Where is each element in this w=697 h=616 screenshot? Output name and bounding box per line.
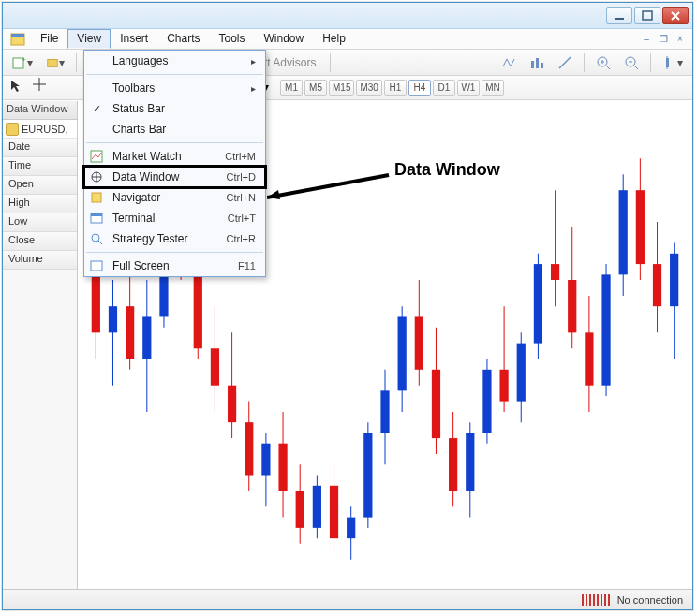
- cursor-tool[interactable]: [8, 78, 29, 98]
- svg-text:+: +: [22, 55, 26, 64]
- menu-toolbars[interactable]: Toolbars▸: [84, 78, 265, 98]
- mdi-minimize[interactable]: –: [640, 33, 653, 46]
- market-watch-icon: [89, 149, 104, 164]
- zoom-out-button[interactable]: [620, 52, 643, 73]
- menu-market-watch[interactable]: Market Watch Ctrl+M: [84, 146, 265, 167]
- app-icon: [8, 30, 27, 49]
- svg-rect-87: [568, 280, 576, 332]
- timeframe-h1[interactable]: H1: [384, 80, 407, 96]
- svg-rect-59: [330, 486, 338, 538]
- svg-rect-55: [296, 491, 304, 527]
- menu-charts-bar[interactable]: Charts Bar: [84, 119, 265, 139]
- app-window: File View Insert Charts Tools Window Hel…: [2, 2, 693, 610]
- terminal-icon: [89, 211, 104, 226]
- svg-rect-37: [142, 316, 151, 359]
- svg-line-23: [634, 66, 638, 69]
- new-chart-button[interactable]: +▾: [8, 52, 37, 73]
- timeframe-m5[interactable]: M5: [304, 80, 327, 96]
- connection-bars-icon: [582, 594, 610, 606]
- svg-rect-100: [91, 151, 102, 162]
- svg-rect-14: [531, 61, 534, 68]
- data-row-date: Date: [3, 139, 77, 157]
- svg-rect-81: [517, 344, 526, 402]
- indicator-button-1[interactable]: [497, 52, 520, 73]
- menubar: File View Insert Charts Tools Window Hel…: [3, 29, 692, 50]
- svg-rect-71: [432, 370, 440, 438]
- svg-rect-53: [278, 444, 287, 491]
- svg-rect-49: [245, 422, 253, 475]
- svg-rect-15: [536, 58, 539, 68]
- svg-marker-27: [11, 81, 20, 92]
- menu-full-screen[interactable]: Full Screen F11: [84, 256, 265, 276]
- timeframe-h4[interactable]: H4: [408, 80, 431, 96]
- mdi-restore[interactable]: ❐: [657, 33, 670, 46]
- navigator-icon: [89, 190, 104, 205]
- menu-tools[interactable]: Tools: [210, 29, 255, 49]
- svg-rect-91: [601, 274, 610, 385]
- strategy-tester-icon: [89, 231, 104, 246]
- svg-rect-67: [398, 316, 407, 390]
- menu-view[interactable]: View: [67, 29, 111, 49]
- svg-rect-79: [499, 370, 508, 402]
- menu-terminal[interactable]: Terminal Ctrl+T: [84, 208, 265, 228]
- mdi-controls: – ❐ ×: [640, 29, 692, 49]
- timeframe-m15[interactable]: M15: [329, 80, 354, 96]
- svg-rect-51: [261, 444, 270, 476]
- svg-rect-63: [363, 433, 372, 517]
- svg-rect-61: [347, 518, 355, 539]
- svg-rect-97: [653, 264, 661, 306]
- menu-languages[interactable]: Languages▸: [84, 51, 265, 71]
- indicator-button-3[interactable]: [554, 52, 576, 73]
- svg-rect-47: [228, 386, 236, 422]
- chart-type-button[interactable]: ▾: [659, 52, 687, 73]
- svg-rect-95: [636, 190, 645, 264]
- menu-file[interactable]: File: [31, 29, 67, 49]
- svg-rect-69: [415, 316, 423, 369]
- svg-rect-85: [551, 264, 559, 280]
- svg-rect-1: [643, 11, 652, 20]
- symbol-label: EURUSD,: [22, 124, 68, 135]
- mdi-close[interactable]: ×: [674, 33, 687, 46]
- data-row-high: High: [3, 195, 77, 213]
- zoom-in-button[interactable]: [592, 52, 615, 73]
- svg-rect-75: [466, 433, 474, 491]
- timeframe-w1[interactable]: W1: [457, 80, 480, 96]
- timeframe-m1[interactable]: M1: [280, 80, 303, 96]
- menu-data-window[interactable]: Data Window Ctrl+D: [84, 167, 265, 187]
- timeframe-mn[interactable]: MN: [482, 80, 504, 96]
- menu-window[interactable]: Window: [255, 29, 314, 49]
- menu-insert[interactable]: Insert: [111, 29, 157, 49]
- panel-tab[interactable]: Data Window: [3, 101, 77, 120]
- svg-rect-104: [92, 193, 101, 202]
- timeframe-d1[interactable]: D1: [433, 80, 455, 96]
- menu-help[interactable]: Help: [313, 29, 355, 49]
- profiles-button[interactable]: ▾: [42, 52, 68, 73]
- data-row-open: Open: [3, 176, 77, 195]
- menu-status-bar[interactable]: ✓ Status Bar: [84, 98, 265, 119]
- menu-navigator[interactable]: Navigator Ctrl+N: [84, 187, 265, 208]
- indicator-button-2[interactable]: [526, 52, 548, 73]
- svg-rect-5: [11, 34, 24, 37]
- minimize-button[interactable]: [606, 7, 632, 24]
- data-row-volume: Volume: [3, 251, 77, 270]
- svg-rect-45: [211, 348, 219, 385]
- close-button[interactable]: [662, 7, 689, 24]
- svg-point-107: [92, 234, 99, 242]
- data-row-close: Close: [3, 232, 77, 251]
- menu-strategy-tester[interactable]: Strategy Tester Ctrl+R: [84, 228, 265, 249]
- svg-rect-106: [91, 213, 102, 216]
- svg-line-108: [98, 241, 102, 244]
- check-icon: ✓: [89, 101, 104, 116]
- crosshair-tool[interactable]: [33, 78, 53, 98]
- symbol-row[interactable]: EURUSD,: [3, 120, 77, 139]
- titlebar: [3, 3, 692, 29]
- maximize-button[interactable]: [634, 7, 660, 24]
- annotation-label: Data Window: [394, 160, 500, 180]
- statusbar: No connection: [3, 589, 692, 609]
- svg-line-19: [606, 66, 610, 69]
- svg-rect-33: [109, 306, 117, 332]
- menu-charts[interactable]: Charts: [157, 29, 209, 49]
- svg-rect-16: [541, 63, 543, 68]
- timeframe-m30[interactable]: M30: [356, 80, 381, 96]
- symbol-icon: [6, 123, 19, 136]
